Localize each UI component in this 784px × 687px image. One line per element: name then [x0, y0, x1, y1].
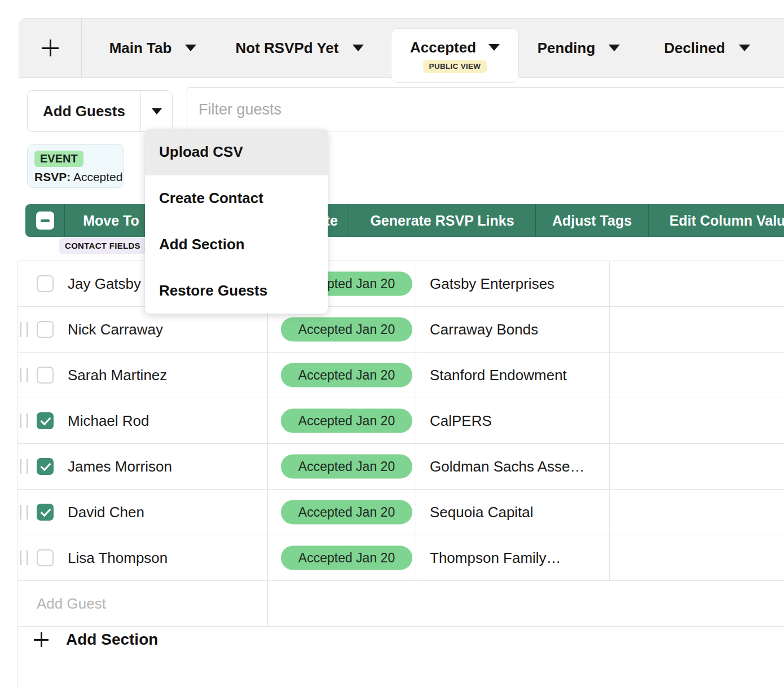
rsvp-field-value: Accepted — [73, 170, 123, 183]
add-guest-row[interactable]: Add Guest — [17, 581, 784, 627]
guest-name[interactable]: James Morrison — [68, 458, 172, 475]
menu-item-upload-csv[interactable]: Upload CSV — [145, 129, 328, 175]
chevron-down-icon[interactable] — [353, 45, 364, 51]
tab-label: Pending — [538, 39, 596, 57]
generate-rsvp-links-button[interactable]: Generate RSVP Links — [349, 204, 536, 237]
add-guests-button[interactable]: Add Guests — [28, 91, 141, 131]
guest-name[interactable]: Sarah Martinez — [68, 367, 167, 384]
add-tab-button[interactable] — [19, 19, 82, 77]
rsvp-status-badge[interactable]: Accepted Jan 20 — [281, 409, 412, 433]
tab-label: Main Tab — [109, 39, 172, 57]
row-checkbox[interactable] — [37, 458, 54, 475]
tab-label: Not RSVPd Yet — [235, 39, 338, 57]
add-guests-dropdown-toggle[interactable] — [141, 91, 172, 131]
guest-company[interactable]: Thompson Family… — [430, 549, 561, 567]
guest-name[interactable]: Lisa Thompson — [68, 549, 168, 567]
table-row[interactable]: Sarah Martinez Accepted Jan 20 Stanford … — [17, 353, 784, 398]
table-row[interactable]: Michael Rod Accepted Jan 20 CalPERS — [17, 398, 784, 444]
rsvp-status-badge[interactable]: Accepted Jan 20 — [281, 363, 412, 387]
add-guests-split-button[interactable]: Add Guests — [27, 90, 173, 132]
filter-guests-input[interactable] — [187, 87, 784, 131]
tab-pending[interactable]: Pending — [522, 19, 635, 77]
drag-handle-icon[interactable] — [20, 459, 28, 474]
guest-table: Jay Gatsby Accepted Jan 20 Gatsby Enterp… — [17, 261, 784, 627]
guest-company[interactable]: CalPERS — [430, 412, 492, 430]
move-to-button[interactable]: Move To — [65, 204, 158, 237]
table-row[interactable]: James Morrison Accepted Jan 20 Goldman S… — [17, 444, 784, 490]
row-checkbox[interactable] — [37, 321, 54, 338]
edit-column-values-button[interactable]: Edit Column Values — [649, 204, 784, 237]
add-section-button[interactable]: Add Section — [17, 631, 158, 649]
tab-declined[interactable]: Declined — [646, 19, 768, 77]
row-checkbox[interactable] — [37, 549, 54, 566]
row-checkbox[interactable] — [37, 412, 54, 429]
row-checkbox[interactable] — [37, 504, 54, 521]
add-guest-placeholder[interactable]: Add Guest — [37, 595, 106, 613]
guest-company[interactable]: Carraway Bonds — [430, 321, 538, 338]
select-all-checkbox-indeterminate[interactable] — [36, 212, 54, 230]
public-view-badge: PUBLIC VIEW — [423, 60, 487, 73]
chevron-down-icon[interactable] — [609, 45, 620, 51]
menu-item-create-contact[interactable]: Create Contact — [145, 175, 328, 222]
table-row[interactable]: Jay Gatsby Accepted Jan 20 Gatsby Enterp… — [17, 261, 784, 307]
menu-item-add-section[interactable]: Add Section — [145, 222, 328, 268]
chevron-down-icon[interactable] — [488, 44, 500, 51]
rsvp-status-badge[interactable]: Accepted Jan 20 — [281, 546, 412, 570]
table-row[interactable]: Lisa Thompson Accepted Jan 20 Thompson F… — [17, 535, 784, 581]
guest-list-page: Main Tab Not RSVPd Yet Pending Declined … — [0, 0, 784, 687]
row-checkbox[interactable] — [37, 275, 54, 292]
contact-fields-column-header: CONTACT FIELDS — [59, 238, 146, 254]
tab-label: Accepted — [410, 39, 476, 56]
drag-handle-icon[interactable] — [20, 322, 28, 337]
tab-not-rsvpd-yet[interactable]: Not RSVPd Yet — [223, 19, 376, 77]
drag-handle-icon[interactable] — [20, 368, 28, 382]
drag-handle-icon[interactable] — [20, 505, 28, 519]
drag-handle-icon[interactable] — [20, 413, 28, 428]
guest-company[interactable]: Goldman Sachs Asse… — [430, 458, 585, 475]
rsvp-filter-value: RSVP: Accepted — [34, 170, 117, 184]
guest-name[interactable]: David Chen — [68, 504, 144, 521]
plus-icon — [34, 632, 49, 647]
event-filter-card[interactable]: EVENT RSVP: Accepted — [27, 144, 124, 188]
table-row[interactable]: David Chen Accepted Jan 20 Sequoia Capit… — [17, 490, 784, 535]
row-checkbox[interactable] — [37, 367, 54, 384]
chevron-down-icon — [152, 108, 162, 114]
chevron-down-icon[interactable] — [739, 45, 750, 51]
drag-handle-icon[interactable] — [20, 551, 28, 565]
tab-label: Declined — [664, 39, 725, 57]
adjust-tags-button[interactable]: Adjust Tags — [536, 204, 649, 237]
guest-name[interactable]: Nick Carraway — [68, 321, 163, 338]
table-row[interactable]: Nick Carraway Accepted Jan 20 Carraway B… — [17, 307, 784, 353]
chevron-down-icon[interactable] — [185, 45, 196, 51]
guest-company[interactable]: Gatsby Enterprises — [430, 275, 554, 293]
add-guests-dropdown-menu: Upload CSV Create Contact Add Section Re… — [145, 129, 328, 314]
rsvp-status-badge[interactable]: Accepted Jan 20 — [281, 455, 412, 479]
menu-item-restore-guests[interactable]: Restore Guests — [145, 267, 328, 314]
select-all-cell[interactable] — [25, 204, 65, 237]
guest-company[interactable]: Sequoia Capital — [430, 504, 534, 521]
rsvp-status-badge[interactable]: Accepted Jan 20 — [281, 500, 412, 525]
guest-name[interactable]: Michael Rod — [68, 412, 149, 430]
bulk-action-toolbar: Move To Delete Generate RSVP Links Adjus… — [25, 204, 784, 237]
guest-company[interactable]: Stanford Endowment — [430, 367, 567, 384]
guest-name[interactable]: Jay Gatsby — [68, 275, 141, 293]
plus-icon — [42, 39, 59, 56]
tab-accepted-active[interactable]: Accepted PUBLIC VIEW — [391, 28, 519, 83]
add-section-label: Add Section — [66, 631, 158, 649]
rsvp-status-badge[interactable]: Accepted Jan 20 — [281, 318, 412, 342]
event-badge: EVENT — [34, 151, 83, 167]
rsvp-field-label: RSVP: — [34, 170, 71, 183]
tab-main-tab[interactable]: Main Tab — [85, 19, 221, 77]
